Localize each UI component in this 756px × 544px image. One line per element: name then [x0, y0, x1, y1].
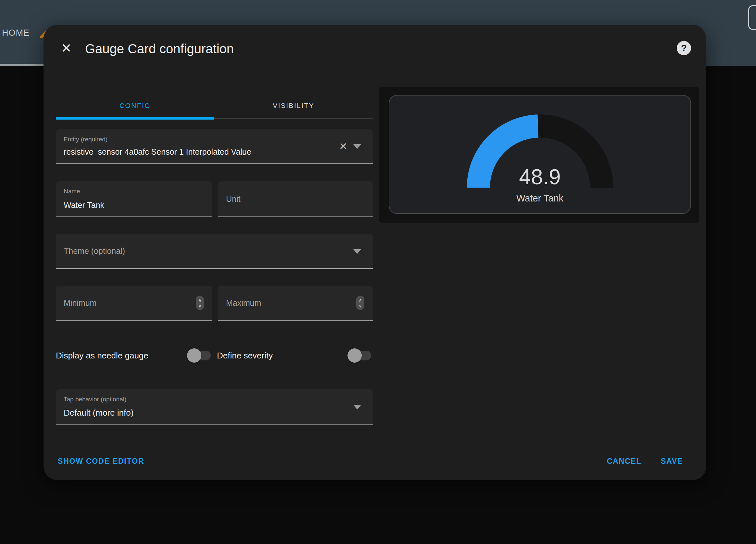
gauge-card-config-dialog: ✕ Gauge Card configuration ? CONFIG VISI…: [44, 25, 706, 480]
show-code-editor-button[interactable]: SHOW CODE EDITOR: [58, 454, 144, 469]
toggle-knob: [187, 348, 201, 363]
partial-header-button[interactable]: [748, 5, 756, 30]
maximum-field[interactable]: Maximum ∧ ∨: [218, 286, 373, 321]
tab-home-label: HOME: [2, 28, 30, 38]
name-label: Name: [64, 188, 80, 195]
tab-config[interactable]: CONFIG: [56, 93, 214, 118]
theme-select[interactable]: Theme (optional): [56, 234, 373, 269]
close-icon[interactable]: ✕: [57, 38, 76, 58]
theme-placeholder: Theme (optional): [64, 246, 125, 256]
gauge-card-preview[interactable]: 48.9 Water Tank: [389, 95, 691, 214]
chevron-down-icon[interactable]: [353, 144, 361, 149]
tab-bar: CONFIG VISIBILITY: [56, 93, 373, 119]
define-severity-toggle[interactable]: [348, 351, 371, 361]
name-value: Water Tank: [64, 200, 104, 210]
card-preview-panel: 48.9 Water Tank: [379, 87, 699, 223]
cancel-button[interactable]: CANCEL: [598, 454, 650, 469]
maximum-placeholder: Maximum: [226, 298, 261, 308]
stepper-up-icon[interactable]: ∧: [198, 298, 202, 302]
minimum-stepper[interactable]: ∧ ∨: [196, 296, 204, 310]
entity-label: Entity (required): [64, 136, 107, 143]
needle-gauge-toggle[interactable]: [188, 351, 211, 361]
save-button[interactable]: SAVE: [654, 454, 690, 469]
toggle-row: Display as needle gauge Define severity: [56, 347, 373, 364]
tab-visibility[interactable]: VISIBILITY: [214, 93, 373, 118]
name-field[interactable]: Name Water Tank: [56, 181, 212, 217]
chevron-down-icon: [353, 405, 361, 410]
define-severity-label: Define severity: [217, 351, 273, 361]
active-tab-indicator: [56, 117, 214, 120]
tap-behavior-label: Tap behavior (optional): [64, 396, 126, 403]
entity-field[interactable]: Entity (required) resistive_sensor 4a0af…: [56, 129, 373, 164]
entity-value: resistive_sensor 4a0afc Sensor 1 Interpo…: [64, 147, 251, 157]
unit-field[interactable]: Unit: [218, 181, 373, 217]
unit-placeholder: Unit: [226, 194, 240, 204]
stepper-down-icon[interactable]: ∨: [359, 304, 362, 308]
tap-behavior-select[interactable]: Tap behavior (optional) Default (more in…: [56, 389, 373, 425]
clear-entity-icon[interactable]: ✕: [339, 141, 347, 151]
tap-behavior-value: Default (more info): [64, 408, 133, 418]
toggle-knob: [347, 348, 362, 363]
help-icon[interactable]: ?: [677, 41, 691, 55]
needle-gauge-label: Display as needle gauge: [56, 351, 148, 361]
dialog-title: Gauge Card configuration: [85, 40, 234, 58]
gauge-name: Water Tank: [389, 193, 690, 204]
chevron-down-icon: [353, 249, 361, 254]
maximum-stepper[interactable]: ∧ ∨: [356, 296, 364, 310]
minimum-field[interactable]: Minimum ∧ ∨: [56, 286, 212, 321]
minimum-placeholder: Minimum: [64, 298, 96, 308]
gauge-value: 48.9: [389, 164, 690, 189]
stepper-up-icon[interactable]: ∧: [359, 298, 362, 302]
stepper-down-icon[interactable]: ∨: [198, 304, 202, 308]
